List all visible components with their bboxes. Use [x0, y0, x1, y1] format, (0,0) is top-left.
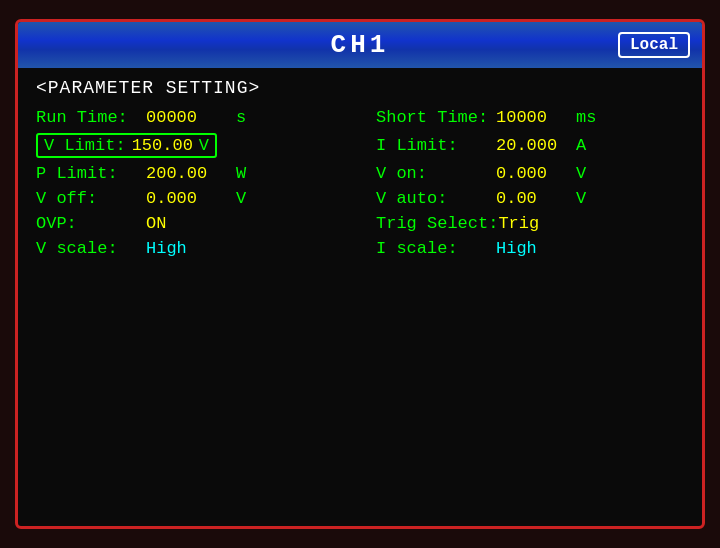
- row-vscale: V scale: High I scale: High: [36, 239, 684, 258]
- v-scale-label: V scale:: [36, 239, 146, 258]
- v-auto-label: V auto:: [376, 189, 496, 208]
- v-off-value: 0.000: [146, 189, 236, 208]
- v-on-value: 0.000: [496, 164, 576, 183]
- v-on-unit: V: [576, 164, 586, 183]
- local-button[interactable]: Local: [618, 32, 690, 58]
- p-limit-label: P Limit:: [36, 164, 146, 183]
- short-time-right: Short Time: 10000 ms: [376, 108, 684, 127]
- row-runtime: Run Time: 00000 s Short Time: 10000 ms: [36, 108, 684, 127]
- i-scale-label: I scale:: [376, 239, 496, 258]
- v-auto-unit: V: [576, 189, 586, 208]
- i-limit-label: I Limit:: [376, 136, 496, 155]
- i-limit-value: 20.000: [496, 136, 576, 155]
- i-limit-unit: A: [576, 136, 586, 155]
- v-off-label: V off:: [36, 189, 146, 208]
- trig-select-right: Trig Select: Trig: [376, 214, 684, 233]
- p-limit-value: 200.00: [146, 164, 236, 183]
- v-limit-value: 150.00: [132, 136, 193, 155]
- v-scale-left: V scale: High: [36, 239, 376, 258]
- row-vlimit: V Limit: 150.00 V I Limit: 20.000 A: [36, 133, 684, 158]
- v-on-label: V on:: [376, 164, 496, 183]
- ovp-value: ON: [146, 214, 236, 233]
- p-limit-unit: W: [236, 164, 266, 183]
- p-limit-left: P Limit: 200.00 W: [36, 164, 376, 183]
- v-auto-value: 0.00: [496, 189, 576, 208]
- i-scale-right: I scale: High: [376, 239, 684, 258]
- i-scale-value: High: [496, 239, 537, 258]
- short-time-unit: ms: [576, 108, 596, 127]
- v-on-right: V on: 0.000 V: [376, 164, 684, 183]
- v-limit-left: V Limit: 150.00 V: [36, 133, 376, 158]
- run-time-unit: s: [236, 108, 266, 127]
- run-time-left: Run Time: 00000 s: [36, 108, 376, 127]
- v-off-unit: V: [236, 189, 266, 208]
- ovp-left: OVP: ON: [36, 214, 376, 233]
- section-title: <PARAMETER SETTING>: [36, 78, 684, 98]
- trig-select-value: Trig: [498, 214, 539, 233]
- header-bar: CH1 Local: [18, 22, 702, 68]
- run-time-label: Run Time:: [36, 108, 146, 127]
- v-limit-label: V Limit:: [44, 136, 126, 155]
- v-auto-right: V auto: 0.00 V: [376, 189, 684, 208]
- trig-select-label: Trig Select:: [376, 214, 498, 233]
- content-area: <PARAMETER SETTING> Run Time: 00000 s Sh…: [18, 68, 702, 526]
- v-scale-value: High: [146, 239, 187, 258]
- channel-title: CH1: [331, 30, 390, 60]
- v-limit-unit: V: [199, 136, 209, 155]
- i-limit-right: I Limit: 20.000 A: [376, 136, 684, 155]
- v-off-left: V off: 0.000 V: [36, 189, 376, 208]
- short-time-label: Short Time:: [376, 108, 496, 127]
- main-frame: CH1 Local <PARAMETER SETTING> Run Time: …: [15, 19, 705, 529]
- ovp-label: OVP:: [36, 214, 146, 233]
- v-limit-box[interactable]: V Limit: 150.00 V: [36, 133, 217, 158]
- row-ovp: OVP: ON Trig Select: Trig: [36, 214, 684, 233]
- params-grid: Run Time: 00000 s Short Time: 10000 ms V…: [36, 108, 684, 258]
- short-time-value: 10000: [496, 108, 576, 127]
- run-time-value: 00000: [146, 108, 236, 127]
- row-voff: V off: 0.000 V V auto: 0.00 V: [36, 189, 684, 208]
- row-plimit: P Limit: 200.00 W V on: 0.000 V: [36, 164, 684, 183]
